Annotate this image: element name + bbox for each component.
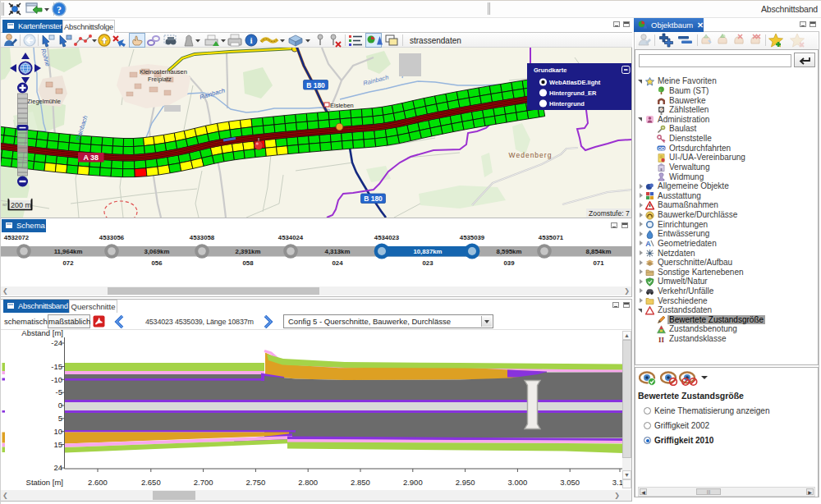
svg-text:039: 039 (503, 259, 515, 267)
svg-text:8,595km: 8,595km (497, 248, 522, 255)
svg-text:056: 056 (151, 259, 163, 267)
svg-text:024: 024 (332, 259, 343, 267)
svg-text:4532072: 4532072 (4, 234, 30, 241)
svg-text:wz: wz (2, 203, 7, 207)
svg-text:2,391km: 2,391km (236, 248, 261, 255)
svg-text:A 38: A 38 (83, 153, 99, 162)
svg-text:Kleinosterhausen: Kleinosterhausen (140, 68, 187, 76)
svg-text:Rainbach: Rainbach (199, 87, 226, 101)
svg-text:Rainbach: Rainbach (362, 74, 389, 87)
svg-text:11,964km: 11,964km (54, 248, 83, 255)
svg-text:Station [m]: Station [m] (26, 478, 63, 487)
svg-text:-10: -10 (51, 375, 62, 384)
svg-text:A: A (645, 240, 651, 248)
svg-text:3.050: 3.050 (560, 478, 580, 487)
svg-text:15: 15 (53, 440, 62, 449)
svg-text:5: 5 (58, 414, 62, 423)
svg-text:2.650: 2.650 (141, 478, 161, 487)
svg-text:?: ? (57, 4, 62, 16)
svg-text:4533058: 4533058 (190, 234, 215, 241)
svg-text:-5: -5 (56, 387, 62, 396)
svg-text:24: 24 (53, 463, 62, 472)
svg-text:2.700: 2.700 (194, 478, 213, 487)
svg-text:3.000: 3.000 (508, 478, 528, 487)
svg-text:Abstand [m]: Abstand [m] (21, 330, 63, 337)
svg-text:strassendaten: strassendaten (410, 36, 461, 45)
svg-text:Hintergrund: Hintergrund (549, 100, 585, 108)
svg-text:023: 023 (422, 259, 433, 267)
svg-text:0: 0 (58, 401, 62, 410)
svg-text:10,837km: 10,837km (413, 248, 442, 255)
svg-text:OD: OD (658, 146, 664, 151)
svg-text:4535071: 4535071 (539, 234, 564, 241)
svg-text:2.900: 2.900 (403, 478, 423, 487)
svg-text:Eisleben: Eisleben (330, 102, 354, 109)
svg-text:3,069km: 3,069km (144, 248, 170, 255)
svg-text:058: 058 (242, 259, 254, 267)
svg-text:071: 071 (593, 259, 604, 267)
svg-text:B 180: B 180 (306, 81, 325, 89)
svg-text:4534024: 4534024 (278, 234, 304, 241)
svg-text:2.600: 2.600 (88, 478, 108, 487)
svg-text:4533056: 4533056 (99, 234, 125, 241)
svg-text:Wedenberg: Wedenberg (509, 151, 553, 159)
svg-text:WebAtlasDE.light: WebAtlasDE.light (549, 79, 601, 86)
svg-text:2.750: 2.750 (246, 478, 266, 487)
svg-text:2.950: 2.950 (456, 478, 475, 487)
svg-text:4,313km: 4,313km (325, 248, 351, 255)
svg-text:i: i (250, 35, 252, 45)
svg-text:II: II (658, 336, 665, 344)
svg-text:4534023: 4534023 (374, 234, 400, 241)
svg-text:-24: -24 (51, 338, 62, 347)
svg-text:B 180: B 180 (364, 195, 383, 203)
svg-text:2.800: 2.800 (298, 478, 318, 487)
svg-text:4535039: 4535039 (460, 234, 485, 241)
svg-text:Grundkarte: Grundkarte (534, 66, 566, 74)
svg-text:10: 10 (53, 427, 62, 436)
svg-text:Ziegelmühle: Ziegelmühle (27, 98, 61, 105)
svg-text:Zoomstufe: 7: Zoomstufe: 7 (589, 209, 630, 218)
svg-text:Hintergrund_ER: Hintergrund_ER (549, 89, 597, 97)
svg-text:2.850: 2.850 (351, 478, 370, 487)
svg-text:8,854km: 8,854km (586, 248, 612, 255)
svg-text:-15: -15 (51, 362, 62, 371)
svg-text:072: 072 (62, 259, 74, 267)
svg-text:200 m: 200 m (11, 201, 31, 209)
svg-text:Freiplatz: Freiplatz (148, 76, 172, 83)
